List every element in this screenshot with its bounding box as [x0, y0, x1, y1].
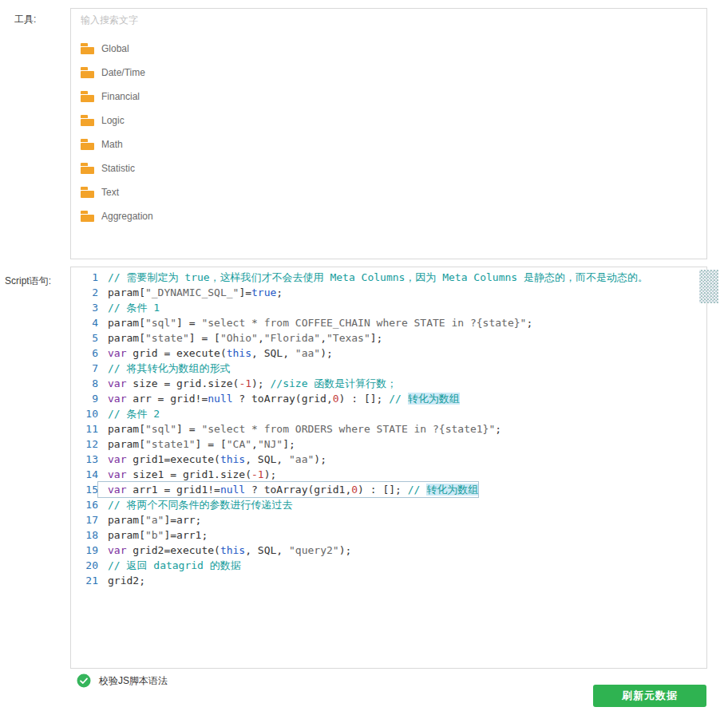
script-code-editor[interactable]: 1// 需要制定为 true，这样我们才不会去使用 Meta Columns，因… — [70, 267, 707, 669]
refresh-metadata-button[interactable]: 刷新元数据 — [593, 685, 706, 707]
line-number: 4 — [71, 315, 98, 330]
folder-icon — [81, 139, 94, 150]
line-number: 2 — [71, 285, 98, 300]
code-text: // 将其转化为数组的形式 — [98, 361, 230, 376]
code-line[interactable]: 1// 需要制定为 true，这样我们才不会去使用 Meta Columns，因… — [71, 270, 706, 285]
line-number: 5 — [71, 330, 98, 346]
code-text: var size = grid.size(-1); //size 函数是计算行数… — [98, 376, 397, 391]
folder-label: Logic — [101, 115, 125, 126]
folder-icon — [81, 43, 94, 54]
line-number: 19 — [71, 543, 98, 558]
folder-item-aggregation[interactable]: Aggregation — [71, 204, 706, 228]
folder-icon — [81, 67, 94, 78]
code-text: // 返回 datagrid 的数据 — [98, 558, 241, 573]
code-text: param["a"]=arr; — [98, 512, 201, 527]
folder-item-math[interactable]: Math — [71, 132, 706, 156]
script-function-editor-page: 工具: GlobalDate/TimeFinancialLogicMathSta… — [0, 0, 728, 711]
code-line[interactable]: 19var grid2=execute(this, SQL, "query2")… — [71, 543, 706, 558]
code-line[interactable]: 2param["_DYNAMIC_SQL_"]=true; — [71, 285, 706, 300]
code-line[interactable]: 18param["b"]=arr1; — [71, 527, 706, 543]
code-line[interactable]: 14var size1 = grid1.size(-1); — [71, 467, 706, 482]
code-text: param["sql"] = "select * from ORDERS whe… — [98, 421, 501, 436]
line-number: 18 — [71, 527, 98, 543]
line-number: 16 — [71, 497, 98, 512]
check-circle-icon — [77, 673, 91, 688]
code-line[interactable]: 15var arr1 = grid1!=null ? toArray(grid1… — [71, 482, 706, 497]
script-label: Script语句: — [5, 275, 51, 288]
code-text: var arr = grid!=null ? toArray(grid,0) :… — [98, 391, 460, 406]
line-number: 11 — [71, 421, 98, 436]
code-line[interactable]: 5param["state"] = ["Ohio","Florida","Tex… — [71, 330, 706, 346]
code-line[interactable]: 17param["a"]=arr; — [71, 512, 706, 527]
folder-label: Date/Time — [101, 67, 145, 78]
line-number: 13 — [71, 452, 98, 467]
line-number: 21 — [71, 573, 98, 588]
folder-icon — [81, 115, 94, 126]
folder-item-global[interactable]: Global — [71, 37, 706, 61]
search-input[interactable] — [70, 8, 707, 31]
line-number: 7 — [71, 361, 98, 376]
line-number: 15 — [71, 482, 98, 497]
line-number: 6 — [71, 346, 98, 361]
code-line[interactable]: 20// 返回 datagrid 的数据 — [71, 558, 706, 573]
validate-label: 校验JS脚本语法 — [99, 674, 168, 688]
code-line[interactable]: 21grid2; — [71, 573, 706, 588]
validate-js-syntax-action[interactable]: 校验JS脚本语法 — [77, 673, 168, 688]
folder-label: Global — [101, 43, 129, 54]
code-line[interactable]: 7// 将其转化为数组的形式 — [71, 361, 706, 376]
code-text: param["state"] = ["Ohio","Florida","Texa… — [98, 330, 382, 346]
folder-item-date-time[interactable]: Date/Time — [71, 61, 706, 85]
folder-icon — [81, 211, 94, 222]
folder-label: Statistic — [101, 163, 135, 174]
folder-icon — [81, 163, 94, 174]
code-lines: 1// 需要制定为 true，这样我们才不会去使用 Meta Columns，因… — [71, 270, 706, 588]
line-number: 20 — [71, 558, 98, 573]
folder-label: Financial — [101, 91, 140, 102]
code-text: var grid = execute(this, SQL, "aa"); — [98, 346, 333, 361]
code-text: param["sql"] = "select * from COFFEE_CHA… — [98, 315, 532, 330]
code-text: var grid1=execute(this, SQL, "aa"); — [98, 452, 326, 467]
code-line[interactable]: 4param["sql"] = "select * from COFFEE_CH… — [71, 315, 706, 330]
code-line[interactable]: 11param["sql"] = "select * from ORDERS w… — [71, 421, 706, 436]
line-number: 8 — [71, 376, 98, 391]
folder-label: Math — [101, 139, 123, 150]
line-number: 1 — [71, 270, 98, 285]
folder-label: Aggregation — [101, 211, 153, 222]
code-line[interactable]: 8var size = grid.size(-1); //size 函数是计算行… — [71, 376, 706, 391]
code-text: // 条件 2 — [98, 406, 160, 421]
folder-item-statistic[interactable]: Statistic — [71, 156, 706, 180]
code-text: // 将两个不同条件的参数进行传递过去 — [98, 497, 292, 512]
folder-label: Text — [101, 187, 119, 198]
folder-item-text[interactable]: Text — [71, 180, 706, 204]
code-line[interactable]: 3// 条件 1 — [71, 300, 706, 315]
code-text: var arr1 = grid1!=null ? toArray(grid1,0… — [98, 482, 478, 497]
line-number: 12 — [71, 436, 98, 452]
folder-icon — [81, 91, 94, 102]
code-text: var size1 = grid1.size(-1); — [98, 467, 276, 482]
code-line[interactable]: 16// 将两个不同条件的参数进行传递过去 — [71, 497, 706, 512]
tools-label: 工具: — [14, 13, 36, 26]
line-number: 3 — [71, 300, 98, 315]
code-text: param["state1"] = ["CA","NJ"]; — [98, 436, 295, 452]
code-minimap-icon — [699, 270, 718, 303]
folder-item-financial[interactable]: Financial — [71, 85, 706, 109]
line-number: 17 — [71, 512, 98, 527]
line-number: 10 — [71, 406, 98, 421]
line-number: 14 — [71, 467, 98, 482]
code-text: grid2; — [98, 573, 145, 588]
code-line[interactable]: 10// 条件 2 — [71, 406, 706, 421]
code-text: var grid2=execute(this, SQL, "query2"); — [98, 543, 351, 558]
line-number: 9 — [71, 391, 98, 406]
code-text: param["_DYNAMIC_SQL_"]=true; — [98, 285, 283, 300]
folder-item-logic[interactable]: Logic — [71, 109, 706, 132]
folder-icon — [81, 187, 94, 198]
code-text: // 条件 1 — [98, 300, 160, 315]
function-category-list: GlobalDate/TimeFinancialLogicMathStatist… — [70, 30, 707, 259]
code-line[interactable]: 9var arr = grid!=null ? toArray(grid,0) … — [71, 391, 706, 406]
code-line[interactable]: 13var grid1=execute(this, SQL, "aa"); — [71, 452, 706, 467]
code-text: param["b"]=arr1; — [98, 527, 208, 543]
code-text: // 需要制定为 true，这样我们才不会去使用 Meta Columns，因为… — [98, 270, 648, 285]
code-line[interactable]: 6var grid = execute(this, SQL, "aa"); — [71, 346, 706, 361]
code-line[interactable]: 12param["state1"] = ["CA","NJ"]; — [71, 436, 706, 452]
